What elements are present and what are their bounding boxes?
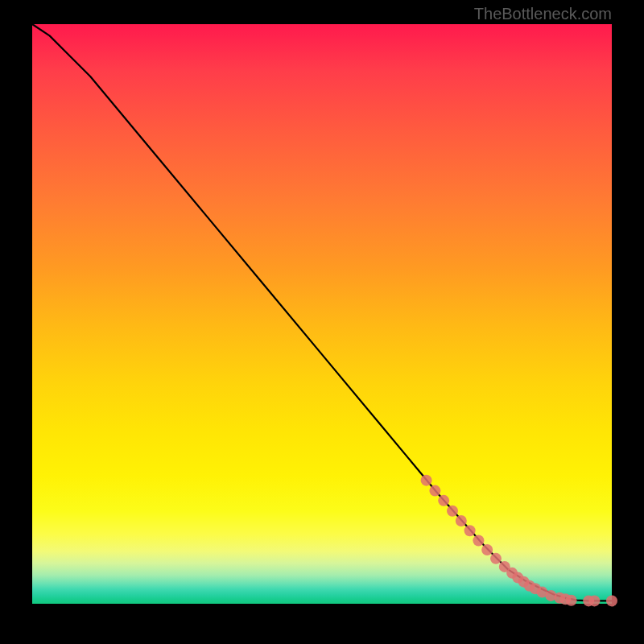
highlight-dot [481,544,493,555]
highlight-dot [421,475,432,486]
curve-line [32,24,612,601]
highlight-dot [447,506,458,517]
highlight-dot [606,595,617,606]
plot-area [32,24,612,604]
chart-frame: TheBottleneck.com [0,0,644,644]
highlight-dot [473,535,484,547]
highlight-dot [566,595,577,606]
highlight-dot [490,553,502,564]
highlight-dot [429,485,440,497]
highlight-dots [421,475,617,607]
highlight-dot [588,595,600,606]
attribution-text: TheBottleneck.com [474,5,612,23]
highlight-dot [464,525,476,536]
highlight-dot [438,495,449,506]
plot-overlay [32,24,612,604]
highlight-dot [456,515,467,526]
